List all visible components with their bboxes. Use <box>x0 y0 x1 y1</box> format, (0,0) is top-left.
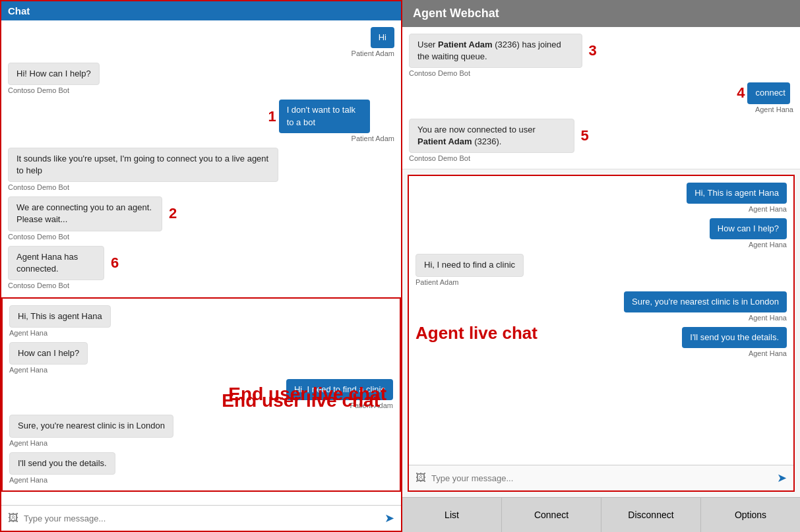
bubble: User Patient Adam (3236) has joined the … <box>409 34 582 68</box>
bubble: connect <box>747 82 789 103</box>
sender-label: Patient Adam <box>352 134 394 142</box>
disconnect-button[interactable]: Disconnect <box>601 498 701 532</box>
bubble: Sure, you're nearest clinic is in London <box>9 415 173 437</box>
message-row: Hi, This is agent Hana Agent Hana <box>9 305 393 337</box>
bubble: I'll send you the details. <box>9 452 115 475</box>
bubble: You are now connected to user Patient Ad… <box>409 119 574 153</box>
message-row: Hi, This is agent Hana Agent Hana <box>415 183 787 213</box>
message-row: How can I help? Agent Hana <box>9 342 393 374</box>
sender-label: Agent Hana <box>749 241 787 249</box>
left-header-title: Chat <box>8 5 30 16</box>
message-row: User Patient Adam (3236) has joined the … <box>409 34 793 77</box>
sender-label: Patient Adam <box>350 401 393 409</box>
left-header: Chat <box>1 1 401 20</box>
step-number: 4 <box>737 84 745 102</box>
bubble: Hi, I need to find a clinic <box>415 254 524 276</box>
options-button[interactable]: Options <box>701 498 800 532</box>
list-button[interactable]: List <box>402 498 502 532</box>
sender-label: Contoso Demo Bot <box>8 183 69 191</box>
sender-label: Agent Hana <box>749 314 787 322</box>
right-header-title: Agent Webchat <box>413 7 499 20</box>
bubble: I don't want to talk to a bot <box>279 100 370 133</box>
right-bottom-bar: List Connect Disconnect Options <box>402 497 800 532</box>
sender-label: Patient Adam <box>352 49 394 57</box>
bubble: We are connecting you to an agent. Pleas… <box>8 196 162 231</box>
bubble: Agent Hana has connected. <box>8 246 104 280</box>
step-number: 6 <box>111 254 119 272</box>
left-panel: Chat Hi Patient Adam Hi! How can I help?… <box>0 0 402 532</box>
step-number: 2 <box>169 205 177 222</box>
message-row: Hi, I need to find a clinic Patient Adam <box>9 379 393 409</box>
live-chat-section: Hi, This is agent Hana Agent Hana How ca… <box>1 297 401 492</box>
agent-message-input[interactable] <box>431 473 772 483</box>
agent-live-section: Agent live chat Hi, This is agent Hana A… <box>408 175 795 492</box>
message-row: 1 I don't want to talk to a bot Patient … <box>8 100 394 142</box>
sender-label: Agent Hana <box>749 349 787 357</box>
message-row: Sure, you're nearest clinic is in London… <box>415 291 787 322</box>
message-row: Hi! How can I help? Contoso Demo Bot <box>8 63 394 94</box>
bubble: How can I help? <box>9 342 88 365</box>
right-upper-area: User Patient Adam (3236) has joined the … <box>402 27 800 169</box>
agent-live-chat-area: Hi, This is agent Hana Agent Hana How ca… <box>409 176 793 465</box>
sender-label: Contoso Demo Bot <box>8 281 69 289</box>
message-row: Hi, I need to find a clinic Patient Adam <box>415 254 787 285</box>
sender-label: Contoso Demo Bot <box>8 233 69 241</box>
step-number: 5 <box>581 127 589 144</box>
agent-live-input-area: 🖼 ➤ <box>409 465 793 490</box>
image-icon[interactable]: 🖼 <box>415 472 426 484</box>
bubble: I'll send you the details. <box>682 327 787 348</box>
sender-label: Contoso Demo Bot <box>409 69 470 77</box>
message-row: I'll send you the details. Agent Hana <box>415 327 787 357</box>
sender-label: Agent Hana <box>9 439 47 447</box>
send-icon[interactable]: ➤ <box>385 511 394 525</box>
bubble: How can I help? <box>710 218 787 239</box>
connect-button[interactable]: Connect <box>502 498 601 532</box>
message-row: I'll send you the details. Agent Hana <box>9 452 393 484</box>
message-row: Agent Hana has connected. 6 Contoso Demo… <box>8 246 394 289</box>
image-icon[interactable]: 🖼 <box>8 512 18 524</box>
bubble: Hi, I need to find a clinic <box>286 379 393 400</box>
message-row: Hi Patient Adam <box>8 27 394 57</box>
step-number: 1 <box>268 108 276 125</box>
message-row: Sure, you're nearest clinic is in London… <box>9 415 393 446</box>
left-message-input[interactable] <box>24 514 379 523</box>
bubble: Sure, you're nearest clinic is in London <box>624 291 787 312</box>
right-header: Agent Webchat <box>402 0 800 27</box>
sender-label: Contoso Demo Bot <box>409 154 470 162</box>
step-number: 3 <box>589 42 597 59</box>
send-icon[interactable]: ➤ <box>777 471 787 485</box>
bubble: Hi <box>371 27 394 48</box>
message-row: It sounds like you're upset, I'm going t… <box>8 148 394 191</box>
right-panel: Agent Webchat User Patient Adam (3236) h… <box>402 0 800 532</box>
bubble: Hi, This is agent Hana <box>687 183 787 204</box>
sender-label: Agent Hana <box>9 476 47 484</box>
bubble: It sounds like you're upset, I'm going t… <box>8 148 278 182</box>
sender-label: Patient Adam <box>415 278 458 286</box>
sender-label: Agent Hana <box>9 366 47 374</box>
left-chat-area: Hi Patient Adam Hi! How can I help? Cont… <box>1 20 401 505</box>
sender-label: Agent Hana <box>749 205 787 213</box>
message-row: How can I help? Agent Hana <box>415 218 787 249</box>
sender-label: Contoso Demo Bot <box>8 86 69 94</box>
sender-label: Agent Hana <box>9 329 47 337</box>
left-input-area: 🖼 ➤ <box>1 505 401 531</box>
message-row: We are connecting you to an agent. Pleas… <box>8 196 394 240</box>
bubble: Hi! How can I help? <box>8 63 100 85</box>
message-row: You are now connected to user Patient Ad… <box>409 119 793 162</box>
bubble: Hi, This is agent Hana <box>9 305 111 328</box>
sender-label: Agent Hana <box>755 105 793 113</box>
message-row: 4 connect Agent Hana <box>409 82 793 113</box>
